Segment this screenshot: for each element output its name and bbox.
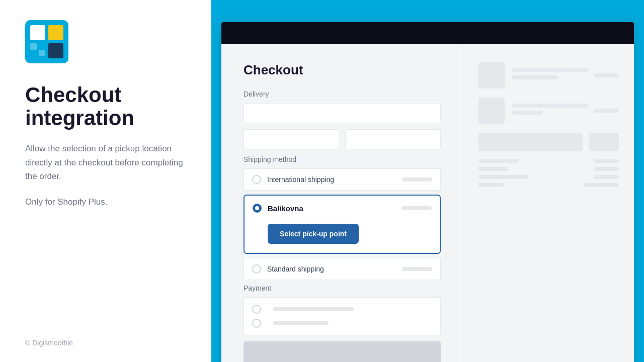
svg-rect-2 xyxy=(48,25,63,40)
delivery-section: Delivery xyxy=(244,90,441,149)
coupon-button[interactable] xyxy=(589,133,619,151)
payment-options-box xyxy=(244,297,441,335)
skeleton-line-2b xyxy=(512,111,542,115)
skeleton-line-1a xyxy=(512,68,589,72)
left-panel: Checkout integration Allow the selection… xyxy=(0,0,211,362)
skeleton-line-1b xyxy=(512,75,558,79)
note-text: Only for Shopify Plus. xyxy=(25,195,186,209)
summary-row-3 xyxy=(478,175,619,179)
shipping-option-international[interactable]: International shipping xyxy=(244,168,441,191)
payment-option-2[interactable] xyxy=(252,319,432,328)
skeleton-price-2 xyxy=(594,109,619,113)
svg-rect-3 xyxy=(48,43,63,58)
radio-payment-2 xyxy=(252,319,261,328)
order-summary xyxy=(463,44,634,362)
radio-international xyxy=(252,175,261,184)
delivery-input-left[interactable] xyxy=(244,129,339,149)
summary-row-1 xyxy=(478,159,619,163)
standard-price-placeholder xyxy=(402,267,432,271)
summary-value-3 xyxy=(594,175,619,179)
skeleton-img-1 xyxy=(478,62,505,88)
payment-option-1[interactable] xyxy=(252,305,432,314)
description-text: Allow the selection of a pickup location… xyxy=(25,142,186,183)
skeleton-item-1 xyxy=(478,62,619,88)
skeleton-lines-2 xyxy=(512,104,589,118)
payment-line-2 xyxy=(273,321,329,325)
checkout-area: Checkout Delivery Shipping method xyxy=(221,44,463,362)
main-title: Checkout integration xyxy=(25,83,186,130)
svg-rect-5 xyxy=(39,50,45,56)
shipping-method-label: Shipping method xyxy=(244,155,441,163)
browser-content: Checkout Delivery Shipping method xyxy=(221,44,634,362)
skeleton-lines-1 xyxy=(512,68,589,82)
skeleton-price-1 xyxy=(594,73,619,77)
select-pickup-button[interactable]: Select pick-up point xyxy=(268,224,359,244)
international-price-placeholder xyxy=(402,177,432,182)
radio-inner xyxy=(255,206,259,210)
continue-button[interactable] xyxy=(244,341,441,362)
payment-label: Payment xyxy=(244,284,441,292)
coupon-input[interactable] xyxy=(478,133,583,151)
international-shipping-label: International shipping xyxy=(267,175,402,184)
balikovna-price-placeholder xyxy=(401,206,432,210)
right-panel: Checkout Delivery Shipping method xyxy=(211,0,644,362)
summary-label-1 xyxy=(478,159,519,163)
skeleton-item-2 xyxy=(478,98,619,124)
logo xyxy=(25,20,68,63)
standard-shipping-label: Standard shipping xyxy=(267,265,402,273)
summary-value-4 xyxy=(584,183,619,187)
shipping-method-section: Shipping method International shipping xyxy=(244,155,441,280)
summary-label-2 xyxy=(478,167,509,171)
payment-section: Payment xyxy=(244,284,441,362)
browser-window: Checkout Delivery Shipping method xyxy=(221,22,634,362)
svg-rect-1 xyxy=(30,25,45,40)
radio-payment-1 xyxy=(252,305,261,314)
radio-balikovna xyxy=(253,204,262,213)
delivery-input-full[interactable] xyxy=(244,103,441,123)
summary-value-1 xyxy=(594,159,619,163)
summary-label-3 xyxy=(478,175,529,179)
checkout-title: Checkout xyxy=(244,62,441,78)
delivery-input-right[interactable] xyxy=(345,129,441,149)
balikovna-label: Balikovna xyxy=(268,204,401,213)
shipping-option-balikovna[interactable]: Balikovna Select pick-up point xyxy=(244,195,441,254)
coupon-row xyxy=(478,133,619,151)
skeleton-line-2a xyxy=(512,104,589,108)
copyright-text: © Digismoothie xyxy=(25,339,73,347)
delivery-input-row xyxy=(244,129,441,149)
summary-row-4 xyxy=(478,183,619,187)
summary-row-2 xyxy=(478,167,619,171)
skeleton-img-2 xyxy=(478,98,505,124)
payment-line-1 xyxy=(273,307,354,311)
radio-standard xyxy=(252,264,261,274)
delivery-label: Delivery xyxy=(244,90,441,98)
summary-label-4 xyxy=(478,183,504,187)
summary-lines xyxy=(478,159,619,187)
summary-value-2 xyxy=(594,167,619,171)
svg-rect-4 xyxy=(30,43,37,50)
shipping-option-standard[interactable]: Standard shipping xyxy=(244,258,441,280)
browser-topbar xyxy=(221,22,634,44)
balikovna-header: Balikovna xyxy=(253,204,432,213)
